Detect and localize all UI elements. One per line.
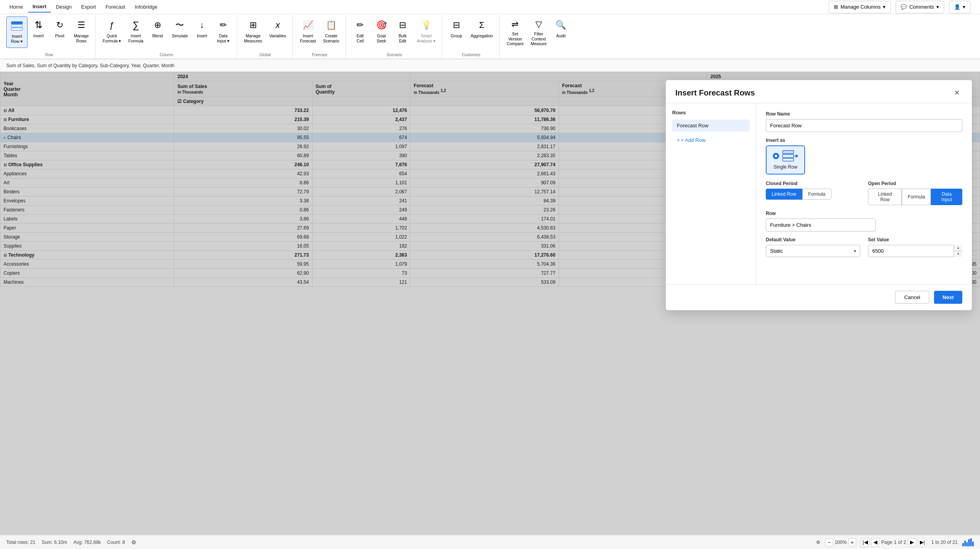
menu-insert[interactable]: Insert xyxy=(28,1,51,13)
svg-rect-1 xyxy=(11,25,22,27)
next-button[interactable]: Next xyxy=(934,291,962,304)
zoom-in-button[interactable]: + xyxy=(848,538,856,546)
data-input-button[interactable]: ✏ DataInput ▾ xyxy=(213,17,234,48)
insert-formula-button[interactable]: ∑ InsertFormula xyxy=(125,17,147,48)
filter-icon[interactable]: ⚙ xyxy=(131,539,136,545)
simulate-button[interactable]: 〜 Simulate xyxy=(169,17,191,48)
data-input-icon: ✏ xyxy=(216,18,230,32)
user-account-button[interactable]: 👤 ▾ xyxy=(949,1,971,13)
ribbon-group-global: ⊞ ManageMeasures x Variables Global xyxy=(238,16,293,59)
closed-linked-row-btn[interactable]: Linked Row xyxy=(766,189,802,200)
menu-home[interactable]: Home xyxy=(5,2,28,12)
period-section: Closed Period Linked Row Formula Open Pe… xyxy=(766,181,962,205)
open-formula-btn[interactable]: Formula xyxy=(902,189,931,205)
default-value-select-wrapper: Static Dynamic xyxy=(766,245,860,257)
ribbon-group-row-items: InsertRow ▾ ⇅ Invert ↻ Pivot ☰ ManageRow… xyxy=(6,17,92,52)
variables-button[interactable]: x Variables xyxy=(266,17,289,48)
menu-bar: Home Insert Design Export Forecast Infob… xyxy=(0,0,980,14)
set-value-up-spinner[interactable]: ▲ xyxy=(954,245,962,251)
columns-icon: ⊞ xyxy=(834,4,838,10)
insert-col-icon: ↓ xyxy=(195,18,209,32)
create-scenario-button[interactable]: 📋 CreateScenario xyxy=(320,17,342,48)
manage-measures-button[interactable]: ⊞ ManageMeasures xyxy=(241,17,265,48)
menu-forecast[interactable]: Forecast xyxy=(101,2,130,12)
row-name-input[interactable] xyxy=(766,119,962,132)
settings-icon[interactable]: ⚙ xyxy=(816,540,820,545)
open-period-col: Open Period Linked Row Formula Data Inpu… xyxy=(868,181,962,205)
ribbon-group-forecast-items: 📈 InsertForecast 📋 CreateScenario xyxy=(297,17,342,52)
set-version-icon: ⇌ xyxy=(508,18,522,30)
manage-rows-button[interactable]: ☰ ManageRows xyxy=(71,17,92,48)
ribbon-group-customize-label: Customize xyxy=(446,52,496,59)
default-value-select[interactable]: Static Dynamic xyxy=(766,245,860,257)
zoom-control: − 100% + xyxy=(825,538,856,546)
formula-bar: Sum of Sales, Sum of Quantity by Categor… xyxy=(0,59,980,72)
bulk-edit-button[interactable]: ⊟ BulkEdit xyxy=(392,17,413,48)
single-row-label: Single Row xyxy=(774,164,798,170)
smart-analysis-icon: 💡 xyxy=(419,18,433,32)
row-label: Row xyxy=(766,211,962,216)
audit-button[interactable]: 🔍 Audit xyxy=(551,17,571,48)
menu-export[interactable]: Export xyxy=(77,2,101,12)
add-row-button[interactable]: + + Add Row xyxy=(672,134,750,146)
invert-icon: ⇅ xyxy=(31,18,46,32)
open-data-input-btn[interactable]: Data Input xyxy=(931,189,962,205)
zoom-out-button[interactable]: − xyxy=(825,538,833,546)
smart-analysis-button[interactable]: 💡 SmartAnalysis ▾ xyxy=(414,17,439,48)
cancel-button[interactable]: Cancel xyxy=(895,291,929,304)
row-value-input[interactable] xyxy=(766,218,876,231)
single-row-svg xyxy=(782,150,798,162)
bulk-edit-icon: ⊟ xyxy=(395,18,410,32)
bar-5 xyxy=(970,538,972,546)
ribbon-group-customize-items: ⊟ Group Σ Aggregation xyxy=(446,17,496,52)
closed-period-btn-group: Linked Row Formula xyxy=(766,189,860,200)
svg-rect-4 xyxy=(783,154,794,158)
forecast-row-item[interactable]: Forecast Row xyxy=(672,119,750,132)
single-row-option[interactable]: Single Row xyxy=(766,145,805,174)
aggregation-button[interactable]: Σ Aggregation xyxy=(467,17,496,48)
set-version-compare-button[interactable]: ⇌ SetVersionCompare xyxy=(504,17,527,48)
goal-seek-button[interactable]: 🎯 GoalSeek xyxy=(371,17,392,48)
modal-close-button[interactable]: ✕ xyxy=(951,87,962,98)
mini-bar-chart xyxy=(962,538,974,546)
default-value-col: Default Value Static Dynamic xyxy=(766,237,860,257)
group-button[interactable]: ⊟ Group xyxy=(446,17,467,48)
ribbon-group-misc-label xyxy=(504,56,571,59)
pivot-button[interactable]: ↻ Pivot xyxy=(50,17,70,48)
last-page-button[interactable]: ▶| xyxy=(918,538,927,547)
open-linked-row-btn[interactable]: Linked Row xyxy=(868,189,902,205)
ribbon: InsertRow ▾ ⇅ Invert ↻ Pivot ☰ ManageRow… xyxy=(0,14,980,59)
manage-columns-button[interactable]: ⊞ Manage Columns ▾ xyxy=(829,1,891,13)
closed-formula-btn[interactable]: Formula xyxy=(802,189,831,200)
edit-cell-icon: ✏ xyxy=(353,18,367,32)
bar-6 xyxy=(972,542,974,546)
prev-page-button[interactable]: ◀ xyxy=(871,538,880,547)
quick-formula-button[interactable]: ƒ QuickFormula ▾ xyxy=(99,17,124,48)
simulate-icon: 〜 xyxy=(173,18,187,32)
status-bar-right: ⚙ − 100% + |◀ ◀ Page 1 of 2 ▶ ▶| 1 to 20… xyxy=(816,538,974,547)
insert-col-button[interactable]: ↓ Insert xyxy=(192,17,212,48)
ribbon-group-forecast-label: Forecast xyxy=(297,52,342,59)
insert-forecast-button[interactable]: 📈 InsertForecast xyxy=(297,17,319,48)
open-period-label: Open Period xyxy=(868,181,962,186)
user-dropdown-icon: ▾ xyxy=(963,4,965,10)
menu-design[interactable]: Design xyxy=(51,2,76,12)
open-period-btn-group: Linked Row Formula Data Input xyxy=(868,189,962,205)
insert-as-options: Single Row xyxy=(766,145,962,174)
set-value-input[interactable] xyxy=(868,245,962,257)
svg-rect-3 xyxy=(783,151,794,154)
sum-stat: Sum: 6.10m xyxy=(42,540,67,545)
set-value-down-spinner[interactable]: ▼ xyxy=(954,251,962,257)
records-info: 1 to 20 of 21 xyxy=(931,540,958,545)
filter-context-button[interactable]: ▽ FilterContextMeasure xyxy=(528,17,550,48)
insert-row-button[interactable]: InsertRow ▾ xyxy=(6,17,28,48)
first-page-button[interactable]: |◀ xyxy=(861,538,870,547)
menu-infobridge[interactable]: Infobridge xyxy=(130,2,162,12)
comments-button[interactable]: 💬 Comments ▾ xyxy=(895,1,944,13)
edit-cell-button[interactable]: ✏ EditCell xyxy=(350,17,370,48)
invert-button[interactable]: ⇅ Invert xyxy=(28,17,49,48)
status-bar: Total rows: 21 Sum: 6.10m Avg: 762.88k C… xyxy=(0,535,980,549)
next-page-button[interactable]: ▶ xyxy=(908,538,916,547)
goal-seek-icon: 🎯 xyxy=(374,18,388,32)
blend-button[interactable]: ⊕ Blend xyxy=(147,17,168,48)
